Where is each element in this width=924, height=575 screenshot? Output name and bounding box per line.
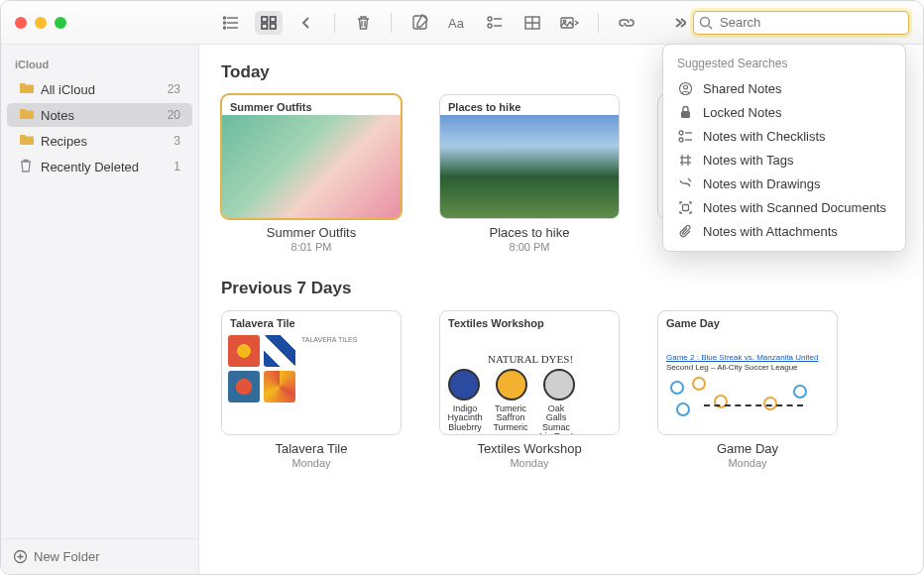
- svg-text:Aa: Aa: [448, 16, 465, 30]
- plus-circle-icon: [13, 549, 28, 564]
- folder-icon: [19, 133, 35, 149]
- svg-rect-8: [262, 24, 268, 29]
- trash-icon: [19, 159, 35, 174]
- note-time: Monday: [657, 457, 838, 469]
- note-body-text: TALAVERA TILES: [301, 335, 357, 434]
- suggested-search-attachments[interactable]: Notes with Attachments: [663, 219, 905, 243]
- note-thumb-title: Talavera Tile: [230, 317, 295, 329]
- suggested-search-scanned[interactable]: Notes with Scanned Documents: [663, 195, 905, 219]
- table-button[interactable]: [519, 11, 546, 35]
- minimize-window-button[interactable]: [35, 17, 47, 29]
- note-card[interactable]: Places to hike Places to hike 8:00 PM: [439, 94, 620, 253]
- note-thumb-title: Game Day: [666, 317, 720, 329]
- svg-rect-39: [682, 204, 688, 210]
- sidebar-item-recipes[interactable]: Recipes 3: [7, 129, 192, 153]
- sidebar-item-count: 23: [168, 82, 180, 96]
- sidebar-item-count: 1: [173, 160, 180, 173]
- sidebar-item-label: Notes: [41, 108, 74, 123]
- svg-point-4: [224, 22, 226, 24]
- note-title: Talavera Tile: [221, 441, 402, 456]
- new-folder-label: New Folder: [34, 549, 99, 564]
- note-card[interactable]: Summer Outfits Summer Outfits 8:01 PM: [221, 94, 402, 253]
- zoom-window-button[interactable]: [55, 17, 66, 29]
- window-controls: [15, 17, 66, 29]
- lock-icon: [677, 104, 693, 120]
- suggested-search-tags[interactable]: Notes with Tags: [663, 148, 905, 172]
- svg-point-23: [701, 17, 710, 26]
- note-thumbnail[interactable]: Game Day Game 2 : Blue Streak vs. Manzan…: [657, 310, 838, 435]
- notes-app-window: Aa iCloud: [0, 0, 924, 575]
- svg-rect-9: [271, 24, 277, 29]
- note-thumbnail[interactable]: Textiles Workshop NATURAL DYES! Indigo H…: [439, 310, 620, 435]
- suggested-search-drawings[interactable]: Notes with Drawings: [663, 172, 905, 195]
- sidebar-item-label: Recently Deleted: [41, 160, 139, 174]
- folder-icon: [19, 107, 35, 123]
- checklist-icon: [677, 128, 693, 144]
- note-heading: NATURAL DYES!: [488, 353, 573, 365]
- sidebar-item-all-icloud[interactable]: All iCloud 23: [7, 77, 192, 101]
- delete-button[interactable]: [349, 11, 377, 35]
- svg-point-5: [224, 27, 226, 29]
- close-window-button[interactable]: [15, 17, 27, 29]
- overflow-button[interactable]: [665, 11, 693, 35]
- svg-point-29: [683, 85, 687, 89]
- popover-header: Suggested Searches: [663, 53, 905, 76]
- search-icon: [699, 16, 713, 30]
- sidebar: iCloud All iCloud 23 Notes 20 Recipes 3 …: [1, 45, 199, 574]
- list-view-button[interactable]: [217, 11, 245, 35]
- svg-point-3: [224, 17, 226, 19]
- note-thumbnail[interactable]: Talavera Tile TALAVERA TILES: [221, 310, 402, 435]
- search-input[interactable]: [693, 11, 909, 35]
- sidebar-item-notes[interactable]: Notes 20: [7, 103, 192, 127]
- suggested-search-checklists[interactable]: Notes with Checklists: [663, 124, 905, 148]
- format-button[interactable]: Aa: [443, 11, 471, 35]
- note-title: Places to hike: [439, 225, 620, 240]
- link-button[interactable]: [613, 11, 640, 35]
- toolbar: Aa: [1, 1, 923, 45]
- note-thumbnail[interactable]: Places to hike: [439, 94, 620, 219]
- note-thumb-title: Textiles Workshop: [448, 317, 544, 329]
- sidebar-item-label: Recipes: [41, 134, 87, 149]
- note-title: Textiles Workshop: [439, 441, 620, 456]
- svg-rect-7: [271, 17, 277, 22]
- note-time: Monday: [221, 457, 402, 469]
- note-card[interactable]: Talavera Tile TALAVERA TILES Talavera Ti…: [221, 310, 402, 469]
- note-time: 8:00 PM: [439, 241, 620, 253]
- section-title: Previous 7 Days: [221, 279, 901, 298]
- note-thumbnail[interactable]: Summer Outfits: [221, 94, 402, 219]
- suggested-searches-popover: Suggested Searches Shared Notes Locked N…: [662, 44, 906, 252]
- person-circle-icon: [677, 80, 693, 96]
- svg-point-31: [679, 131, 683, 135]
- svg-point-15: [488, 24, 492, 28]
- grid-view-button[interactable]: [255, 11, 283, 35]
- tag-icon: [677, 152, 693, 168]
- note-thumb-title: Summer Outfits: [230, 101, 312, 113]
- sidebar-item-recently-deleted[interactable]: Recently Deleted 1: [7, 155, 192, 178]
- media-button[interactable]: [556, 11, 584, 35]
- pencil-icon: [677, 175, 693, 191]
- checklist-button[interactable]: [481, 11, 509, 35]
- note-time: Monday: [439, 457, 620, 469]
- svg-rect-6: [262, 17, 268, 22]
- sidebar-item-label: All iCloud: [41, 82, 95, 97]
- note-title: Summer Outfits: [221, 225, 402, 240]
- back-button[interactable]: [292, 11, 320, 35]
- note-time: 8:01 PM: [221, 241, 402, 253]
- new-folder-button[interactable]: New Folder: [1, 538, 198, 574]
- sidebar-section-label: iCloud: [1, 45, 198, 76]
- sidebar-item-count: 3: [173, 134, 180, 148]
- note-thumb-title: Places to hike: [448, 101, 520, 113]
- new-note-button[interactable]: [405, 11, 433, 35]
- svg-line-24: [709, 26, 712, 29]
- suggested-search-locked[interactable]: Locked Notes: [663, 100, 905, 124]
- suggested-search-shared[interactable]: Shared Notes: [663, 76, 905, 100]
- sidebar-item-count: 20: [168, 108, 180, 122]
- svg-rect-30: [681, 111, 690, 118]
- folder-icon: [19, 81, 35, 97]
- paperclip-icon: [677, 223, 693, 239]
- scan-icon: [677, 199, 693, 215]
- svg-point-14: [488, 17, 492, 21]
- note-card[interactable]: Textiles Workshop NATURAL DYES! Indigo H…: [439, 310, 620, 469]
- note-card[interactable]: Game Day Game 2 : Blue Streak vs. Manzan…: [657, 310, 838, 469]
- svg-point-22: [563, 20, 565, 22]
